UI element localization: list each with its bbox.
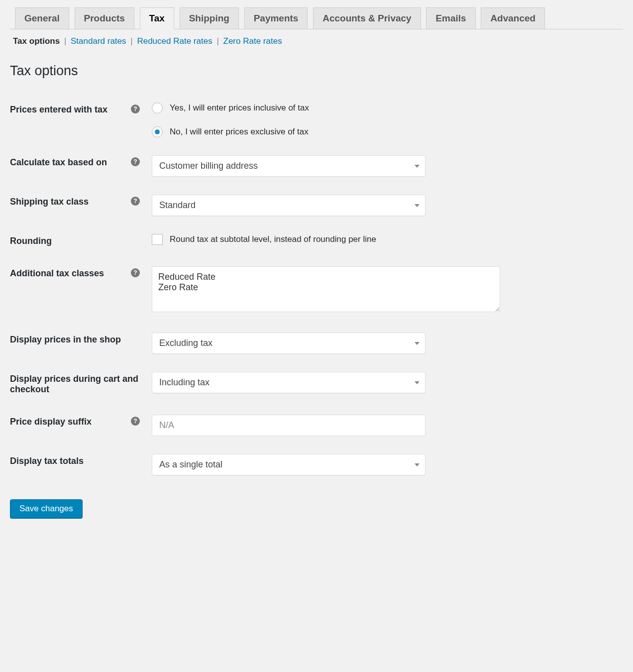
separator: | xyxy=(214,36,220,46)
prices-inclusive-radio[interactable] xyxy=(152,103,163,113)
rounding-checkbox-label: Round tax at subtotal level, instead of … xyxy=(170,234,376,244)
prices-inclusive-label: Yes, I will enter prices inclusive of ta… xyxy=(170,103,309,113)
calculate-tax-based-on-label: Calculate tax based on xyxy=(10,157,129,168)
additional-tax-classes-label: Additional tax classes xyxy=(10,268,129,279)
display-tax-totals-value: As a single total xyxy=(159,459,222,470)
help-icon[interactable]: ? xyxy=(131,157,140,166)
tab-advanced[interactable]: Advanced xyxy=(481,7,545,29)
help-icon[interactable]: ? xyxy=(131,197,140,206)
tab-payments[interactable]: Payments xyxy=(244,7,308,29)
shipping-tax-class-value: Standard xyxy=(159,200,196,211)
separator: | xyxy=(128,36,134,46)
tab-general[interactable]: General xyxy=(15,7,69,29)
display-tax-totals-select[interactable]: As a single total xyxy=(152,454,425,475)
tab-accounts-privacy[interactable]: Accounts & Privacy xyxy=(313,7,421,29)
subnav-tax-options[interactable]: Tax options xyxy=(13,36,60,46)
tax-subnav: Tax options | Standard rates | Reduced R… xyxy=(10,29,623,46)
shipping-tax-class-label: Shipping tax class xyxy=(10,197,129,207)
rounding-checkbox[interactable] xyxy=(152,234,163,245)
rounding-label: Rounding xyxy=(10,236,140,246)
help-icon[interactable]: ? xyxy=(131,105,140,113)
prices-exclusive-label: No, I will enter prices exclusive of tax xyxy=(170,127,309,137)
prices-exclusive-radio[interactable] xyxy=(152,126,163,137)
subnav-reduced-rate-rates[interactable]: Reduced Rate rates xyxy=(137,36,212,46)
display-prices-cart-select[interactable]: Including tax xyxy=(152,372,425,393)
settings-tabs: General Products Tax Shipping Payments A… xyxy=(10,0,623,29)
separator: | xyxy=(62,36,68,46)
price-display-suffix-label: Price display suffix xyxy=(10,417,129,427)
shipping-tax-class-select[interactable]: Standard xyxy=(152,195,425,216)
display-prices-shop-label: Display prices in the shop xyxy=(10,335,140,345)
display-prices-shop-value: Excluding tax xyxy=(159,338,212,348)
price-display-suffix-input[interactable] xyxy=(152,415,425,436)
help-icon[interactable]: ? xyxy=(131,417,140,426)
tab-emails[interactable]: Emails xyxy=(426,7,475,29)
save-changes-button[interactable]: Save changes xyxy=(10,499,83,518)
section-title: Tax options xyxy=(10,63,623,79)
tab-tax[interactable]: Tax xyxy=(140,7,174,29)
tab-shipping[interactable]: Shipping xyxy=(180,7,239,29)
help-icon[interactable]: ? xyxy=(131,268,140,277)
display-prices-shop-select[interactable]: Excluding tax xyxy=(152,333,425,354)
prices-entered-with-tax-label: Prices entered with tax xyxy=(10,105,129,115)
subnav-zero-rate-rates[interactable]: Zero Rate rates xyxy=(223,36,282,46)
additional-tax-classes-textarea[interactable] xyxy=(152,266,500,312)
subnav-standard-rates[interactable]: Standard rates xyxy=(71,36,126,46)
display-prices-cart-value: Including tax xyxy=(159,377,210,388)
display-prices-cart-label: Display prices during cart and checkout xyxy=(10,374,140,395)
calculate-tax-select[interactable]: Customer billing address xyxy=(152,155,425,177)
display-tax-totals-label: Display tax totals xyxy=(10,456,140,466)
calculate-tax-value: Customer billing address xyxy=(159,161,258,171)
tab-products[interactable]: Products xyxy=(75,7,134,29)
